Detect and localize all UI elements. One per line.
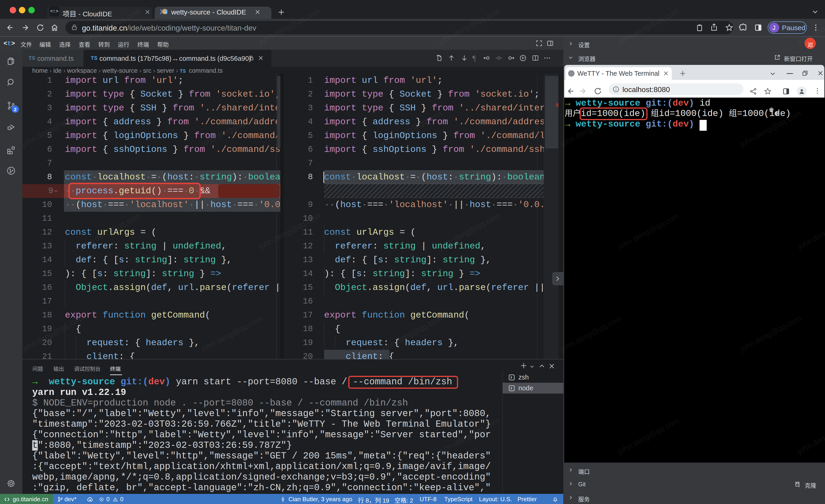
svg-text:JS: JS (164, 11, 166, 13)
